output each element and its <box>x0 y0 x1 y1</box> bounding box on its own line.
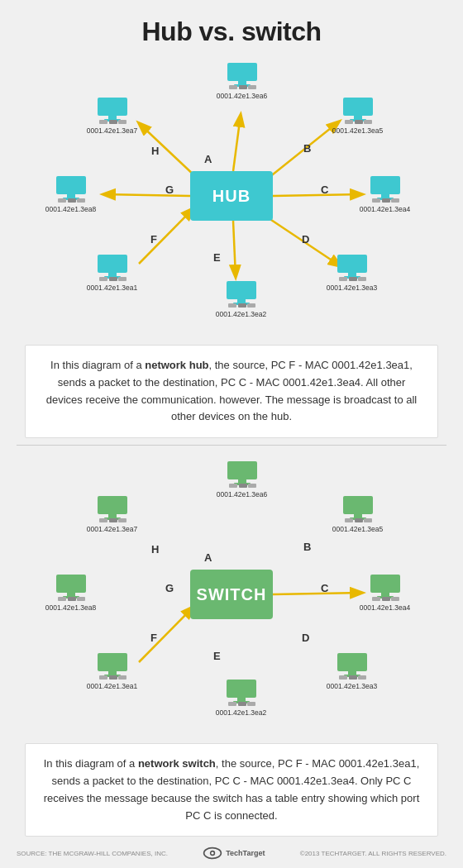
svg-rect-76 <box>337 653 367 671</box>
switch-label-b: B <box>303 541 311 553</box>
svg-rect-20 <box>370 176 400 194</box>
svg-rect-21 <box>381 194 389 198</box>
hub-center-box: HUB <box>190 171 273 221</box>
svg-rect-43 <box>118 277 126 281</box>
svg-rect-44 <box>56 176 86 194</box>
svg-rect-94 <box>56 575 86 593</box>
switch-label-h: H <box>151 543 159 556</box>
svg-rect-86 <box>238 702 246 706</box>
svg-rect-101 <box>108 514 117 517</box>
svg-rect-31 <box>358 277 366 281</box>
hub-diagram: HUB 0001.42e1.3ea6 0001.42e1.3ea5 0001.4… <box>17 55 446 336</box>
section-divider <box>17 445 446 446</box>
switch-diagram: SWITCH 0001.42e1.3ea6 0001.42e1.3ea5 000… <box>17 454 446 735</box>
svg-rect-47 <box>58 198 66 203</box>
svg-line-1 <box>233 115 241 171</box>
switch-pc-f: 0001.42e1.3ea1 <box>89 652 135 690</box>
svg-rect-53 <box>99 120 107 124</box>
svg-rect-91 <box>99 675 107 680</box>
switch-pc-d-icon <box>336 652 369 680</box>
hub-pc-g: 0001.42e1.3ea8 <box>48 175 93 213</box>
switch-pc-f-icon <box>96 652 129 680</box>
svg-rect-81 <box>358 675 366 680</box>
svg-rect-54 <box>109 120 117 124</box>
hub-pc-a-icon <box>226 62 259 90</box>
switch-pc-g: 0001.42e1.3ea8 <box>48 574 93 612</box>
svg-rect-59 <box>238 479 246 483</box>
svg-rect-71 <box>381 593 389 596</box>
footer: SOURCE: THE MCGRAW-HILL COMPANIES, INC. … <box>0 843 463 863</box>
svg-point-108 <box>212 852 214 855</box>
svg-rect-27 <box>348 273 356 276</box>
svg-rect-48 <box>68 198 76 203</box>
svg-rect-18 <box>355 120 363 124</box>
hub-pc-c: 0001.42e1.3ea4 <box>362 175 408 213</box>
svg-rect-17 <box>345 120 353 124</box>
svg-rect-62 <box>239 484 247 488</box>
svg-rect-45 <box>67 194 75 198</box>
techtarget-eye-icon <box>203 847 222 860</box>
switch-pc-g-icon <box>55 574 88 602</box>
svg-line-7 <box>139 123 197 178</box>
svg-line-6 <box>103 194 190 196</box>
switch-pc-h: 0001.42e1.3ea7 <box>89 495 135 533</box>
switch-pc-b-icon <box>341 495 375 523</box>
switch-pc-a: 0001.42e1.3ea6 <box>219 460 265 498</box>
svg-rect-89 <box>108 671 117 675</box>
hub-label-b: B <box>303 142 311 155</box>
svg-rect-74 <box>382 597 390 601</box>
svg-rect-41 <box>99 277 107 281</box>
hub-label-d: D <box>302 233 309 246</box>
svg-rect-73 <box>372 597 380 601</box>
svg-rect-9 <box>238 81 246 84</box>
svg-rect-77 <box>348 671 356 675</box>
svg-rect-79 <box>339 675 347 680</box>
footer-logo: TechTarget <box>203 847 265 860</box>
svg-rect-75 <box>391 597 399 601</box>
svg-rect-85 <box>228 702 236 706</box>
svg-rect-95 <box>67 593 75 596</box>
hub-label-f: F <box>150 233 157 246</box>
switch-label-e: E <box>213 650 221 662</box>
switch-pc-a-icon <box>226 460 259 489</box>
svg-rect-55 <box>118 120 126 124</box>
hub-label-g: G <box>165 184 174 196</box>
svg-rect-87 <box>247 702 255 706</box>
switch-description: In this diagram of a network switch, the… <box>25 743 438 837</box>
svg-rect-23 <box>372 198 380 203</box>
svg-rect-88 <box>98 653 127 671</box>
footer-left: SOURCE: THE MCGRAW-HILL COMPANIES, INC. <box>17 850 168 857</box>
hub-label-e: E <box>213 251 221 264</box>
switch-label-g: G <box>165 582 174 594</box>
svg-rect-8 <box>227 63 257 81</box>
switch-label-f: F <box>150 632 157 644</box>
hub-pc-f: 0001.42e1.3ea1 <box>89 254 135 292</box>
switch-pc-b: 0001.42e1.3ea5 <box>335 495 380 533</box>
switch-label-d: D <box>302 632 309 644</box>
svg-rect-83 <box>237 698 246 701</box>
svg-rect-105 <box>118 518 126 522</box>
svg-rect-49 <box>77 198 85 203</box>
svg-rect-103 <box>99 518 107 522</box>
svg-rect-36 <box>238 303 246 308</box>
svg-rect-67 <box>345 518 353 522</box>
svg-rect-15 <box>354 116 362 119</box>
svg-rect-61 <box>229 484 237 488</box>
switch-pc-h-icon <box>96 495 129 523</box>
footer-logo-text: TechTarget <box>226 849 265 857</box>
svg-rect-33 <box>237 299 246 303</box>
svg-rect-12 <box>239 85 247 89</box>
switch-pc-c: 0001.42e1.3ea4 <box>362 574 408 612</box>
svg-line-56 <box>139 607 193 662</box>
svg-rect-58 <box>227 461 257 479</box>
svg-rect-82 <box>227 680 256 698</box>
svg-rect-63 <box>248 484 256 488</box>
switch-center-box: SWITCH <box>190 570 273 619</box>
hub-pc-e: 0001.42e1.3ea2 <box>218 280 264 318</box>
svg-rect-64 <box>343 496 373 514</box>
hub-pc-c-icon <box>369 175 402 203</box>
svg-rect-98 <box>68 597 76 601</box>
hub-pc-d-icon <box>336 254 369 282</box>
svg-rect-69 <box>364 518 372 522</box>
svg-line-3 <box>273 194 362 196</box>
